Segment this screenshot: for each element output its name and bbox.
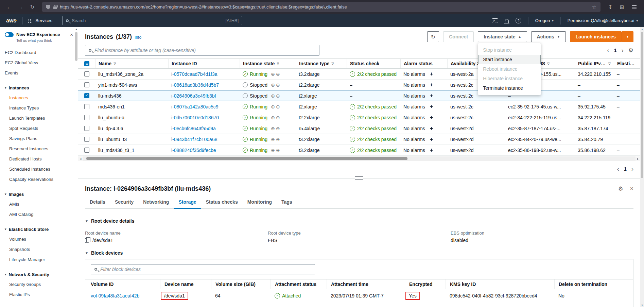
sidebar-item-security-groups[interactable]: Security Groups xyxy=(0,279,78,290)
sidebar-item-savings-plans[interactable]: Savings Plans xyxy=(0,134,78,144)
col-header-status-check[interactable]: Status check xyxy=(347,59,400,68)
find-similar-icons[interactable]: ⊕⊖ xyxy=(271,115,281,120)
next-page-icon[interactable]: › xyxy=(621,47,623,54)
sidebar-section-network-security[interactable]: ▾ Network & Security xyxy=(0,269,78,279)
page-scrollbar[interactable]: ▲ ▼ xyxy=(640,27,644,307)
add-alarm-icon[interactable]: + xyxy=(430,71,433,77)
find-similar-icons[interactable]: ⊕⊖ xyxy=(271,82,281,88)
sidebar-item-lifecycle-manager[interactable]: Lifecycle Manager xyxy=(0,255,78,265)
bookmark-star-icon[interactable]: ☆ xyxy=(592,4,596,10)
col-header-instance-type[interactable]: Instance type ▽ xyxy=(296,59,347,68)
row-checkbox[interactable] xyxy=(84,126,89,131)
instance-id-link[interactable]: i-0264906a3c49fb3bf xyxy=(171,93,216,99)
prev-page-icon[interactable]: ‹ xyxy=(607,47,609,54)
row-checkbox[interactable] xyxy=(84,82,89,87)
current-page[interactable]: 1 xyxy=(614,48,617,53)
sidebar-item-spot-requests[interactable]: Spot Requests xyxy=(0,123,78,134)
add-alarm-icon[interactable]: + xyxy=(430,93,433,99)
info-link[interactable]: Info xyxy=(135,35,141,40)
scrollbar-track[interactable] xyxy=(83,156,636,161)
col-header-public-ipv4-address[interactable]: Public IPv4 address ▽ xyxy=(575,59,614,68)
tab-networking[interactable]: Networking xyxy=(138,196,174,209)
scrollbar-thumb[interactable] xyxy=(641,32,643,178)
col-header-device-name[interactable]: Device name xyxy=(160,279,211,289)
row-checkbox[interactable] xyxy=(84,115,89,120)
cloudshell-icon[interactable]: >_ xyxy=(492,18,498,23)
tab-details[interactable]: Details xyxy=(85,196,110,209)
instance-row[interactable]: llu_mds436_zone_2a i-0570dcaad7b4d1f3a R… xyxy=(78,69,640,80)
row-checkbox[interactable] xyxy=(84,148,89,153)
actions-button[interactable]: Actions ▼ xyxy=(531,31,566,42)
menu-item-terminate-instance[interactable]: Terminate instance xyxy=(478,83,541,93)
select-all-checkbox[interactable] xyxy=(84,61,89,66)
col-header-delete-on-termination[interactable]: Delete on termination xyxy=(554,279,633,289)
global-search[interactable]: Search [Alt+S] xyxy=(62,16,242,25)
row-checkbox[interactable] xyxy=(84,137,89,142)
sidebar-item-ami-catalog[interactable]: AMI Catalog xyxy=(0,209,78,220)
col-header-encrypted[interactable]: Encrypted xyxy=(405,279,446,289)
sidebar-scrollbar[interactable]: ▲ xyxy=(75,27,78,307)
add-alarm-icon[interactable]: + xyxy=(430,136,433,142)
instance-id-link[interactable]: i-0ecb6fc8643fa5d9a xyxy=(171,126,216,131)
instance-id-link[interactable]: i-0943b41f7cb100a68 xyxy=(171,137,217,142)
preferences-gear-icon[interactable]: ⚙ xyxy=(628,47,633,54)
next-page-icon[interactable]: › xyxy=(631,165,633,173)
extensions-icon[interactable]: ⊞ xyxy=(617,2,627,12)
sidebar-item-elastic-ips[interactable]: Elastic IPs xyxy=(0,290,78,300)
tracking-protection-icon[interactable] xyxy=(46,5,50,10)
panel-close-icon[interactable]: × xyxy=(630,185,633,192)
tab-security[interactable]: Security xyxy=(110,196,138,209)
sidebar-item-instances[interactable]: Instances xyxy=(0,93,78,103)
block-devices-section[interactable]: ▼ Block devices xyxy=(85,250,123,256)
find-similar-icons[interactable]: ⊕⊖ xyxy=(271,137,281,142)
col-header-attachment-status[interactable]: Attachment status xyxy=(271,279,327,289)
panel-settings-gear-icon[interactable]: ⚙ xyxy=(618,185,623,192)
instance-id-link[interactable]: i-08616ad3b36d4d5b7 xyxy=(171,82,219,88)
col-header-name[interactable]: Name ▽ xyxy=(95,59,168,68)
instance-row[interactable]: llu_dp-4.3.6 i-0ecb6fc8643fa5d9a Running… xyxy=(78,123,640,134)
sidebar-section-instances[interactable]: ▾ Instances xyxy=(0,83,78,93)
help-icon[interactable]: ? xyxy=(516,18,521,23)
aws-logo[interactable]: aws xyxy=(0,18,22,24)
add-alarm-icon[interactable]: + xyxy=(430,104,433,110)
row-checkbox[interactable] xyxy=(84,104,89,109)
scroll-right-icon[interactable]: ▸ xyxy=(636,157,640,160)
sidebar-item-scheduled-instances[interactable]: Scheduled Instances xyxy=(0,164,78,174)
downloads-icon[interactable]: ↧ xyxy=(605,2,615,12)
services-menu[interactable]: Services xyxy=(23,14,57,27)
connect-button[interactable]: Connect xyxy=(443,31,474,42)
instance-state-button[interactable]: Instance state ▲ xyxy=(478,31,527,42)
copy-icon[interactable] xyxy=(85,238,89,243)
sidebar-section-images[interactable]: ▾ Images xyxy=(0,189,78,199)
sidebar-item-snapshots[interactable]: Snapshots xyxy=(0,244,78,255)
scroll-left-icon[interactable]: ◂ xyxy=(78,157,83,160)
sidebar-item-ec2-dashboard[interactable]: EC2 Dashboard xyxy=(0,48,78,58)
notifications-bell-icon[interactable] xyxy=(505,19,509,23)
find-instance-input[interactable] xyxy=(94,48,316,53)
sidebar-item-instance-types[interactable]: Instance Types xyxy=(0,103,78,113)
instance-id-link[interactable]: i-0570dcaad7b4d1f3a xyxy=(171,71,217,77)
refresh-button[interactable]: ↻ xyxy=(427,31,439,42)
launch-instances-button[interactable]: Launch instances xyxy=(570,31,622,42)
root-device-details-section[interactable]: ▼ Root device details xyxy=(85,218,135,224)
col-header-alarm-status[interactable]: Alarm status xyxy=(400,59,447,68)
add-alarm-icon[interactable]: + xyxy=(430,82,433,88)
col-header-elastic-ip[interactable]: Elastic IP xyxy=(614,59,640,68)
sidebar-item-launch-templates[interactable]: Launch Templates xyxy=(0,113,78,123)
col-header-volume-id[interactable]: Volume ID xyxy=(85,279,160,289)
find-similar-icons[interactable]: ⊕⊖ xyxy=(271,148,281,153)
find-similar-icons[interactable]: ⊕⊖ xyxy=(271,93,281,99)
sidebar-item-ec2-global-view[interactable]: EC2 Global View xyxy=(0,58,78,68)
tab-monitoring[interactable]: Monitoring xyxy=(243,196,277,209)
tab-storage[interactable]: Storage xyxy=(174,196,201,209)
instance-row[interactable]: llu_mds436_t3_1 i-0888240f35d9fecbe Runn… xyxy=(78,145,640,156)
menu-item-start-instance[interactable]: Start instance xyxy=(478,55,541,64)
row-checkbox[interactable] xyxy=(84,71,89,76)
current-page[interactable]: 1 xyxy=(624,166,627,172)
instance-row[interactable]: llu_ubuntu_t3 i-0943b41f7cb100a68 Runnin… xyxy=(78,134,640,145)
find-similar-icons[interactable]: ⊕⊖ xyxy=(271,71,281,77)
col-header-kms-key-id[interactable]: KMS key ID xyxy=(446,279,554,289)
scrollbar-thumb[interactable] xyxy=(86,157,407,160)
tab-status-checks[interactable]: Status checks xyxy=(201,196,243,209)
forward-icon[interactable]: → xyxy=(16,2,26,12)
